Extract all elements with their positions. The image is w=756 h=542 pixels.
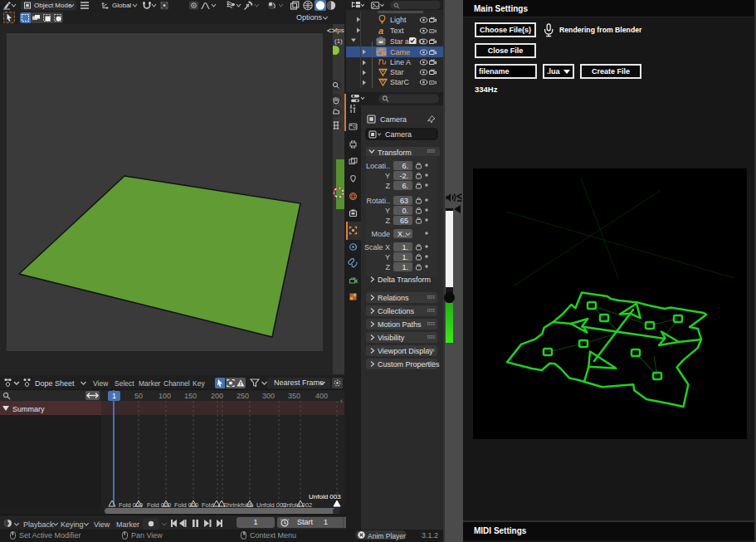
svg-text:Came: Came <box>390 48 410 56</box>
svg-text:Rotati..: Rotati.. <box>366 197 390 205</box>
svg-text:Camera: Camera <box>380 115 407 124</box>
svg-text:Relations: Relations <box>378 294 409 302</box>
svg-text:Text: Text <box>390 27 404 35</box>
svg-text:Y: Y <box>385 172 390 180</box>
svg-text:Line A: Line A <box>390 58 411 66</box>
svg-text:Light: Light <box>390 16 407 24</box>
svg-text:Transform: Transform <box>378 149 412 157</box>
svg-text:Star: Star <box>390 68 404 76</box>
svg-text:Delta Transform: Delta Transform <box>378 276 431 284</box>
svg-text:Y: Y <box>385 253 390 261</box>
svg-text:a: a <box>378 26 383 36</box>
svg-text:Y: Y <box>385 207 390 215</box>
svg-text:Collections: Collections <box>378 307 415 315</box>
svg-text:Star and C: Star and C <box>390 37 424 46</box>
svg-text:Visibility: Visibility <box>378 334 405 342</box>
svg-text:Global: Global <box>112 2 131 9</box>
svg-text:Mode: Mode <box>371 230 390 238</box>
svg-text:StarC: StarC <box>390 78 410 86</box>
svg-text:Z: Z <box>386 217 391 225</box>
svg-text:Camera: Camera <box>385 130 412 139</box>
svg-text:1.: 1. <box>402 263 408 271</box>
svg-text:6.: 6. <box>402 182 408 190</box>
svg-text:Z: Z <box>386 263 391 271</box>
svg-text:1.: 1. <box>402 253 408 261</box>
svg-text:Object Mode: Object Mode <box>34 2 72 9</box>
svg-text:63: 63 <box>400 197 408 205</box>
svg-text:1.: 1. <box>402 243 408 251</box>
svg-text:-2.: -2. <box>399 172 408 180</box>
svg-text:0.: 0. <box>402 207 408 215</box>
svg-text:6.: 6. <box>402 162 408 170</box>
svg-text:Scale X: Scale X <box>364 243 390 251</box>
svg-text:Motion Paths: Motion Paths <box>378 320 422 329</box>
svg-text:65: 65 <box>400 217 408 225</box>
svg-text:Z: Z <box>386 182 391 190</box>
svg-text:X..: X.. <box>398 230 407 238</box>
svg-text:Viewport Display: Viewport Display <box>378 347 433 355</box>
svg-text:Locati..: Locati.. <box>366 162 390 170</box>
